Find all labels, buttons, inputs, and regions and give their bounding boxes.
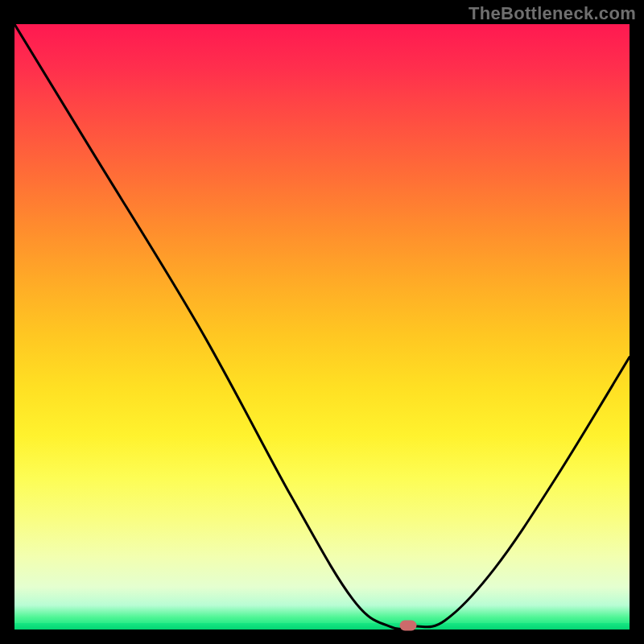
plot-area xyxy=(14,24,630,630)
optimal-marker xyxy=(399,620,416,630)
watermark-text: TheBottleneck.com xyxy=(469,3,636,24)
curve-svg xyxy=(14,24,630,630)
bottleneck-curve xyxy=(14,24,630,629)
chart-frame: TheBottleneck.com xyxy=(0,0,644,644)
